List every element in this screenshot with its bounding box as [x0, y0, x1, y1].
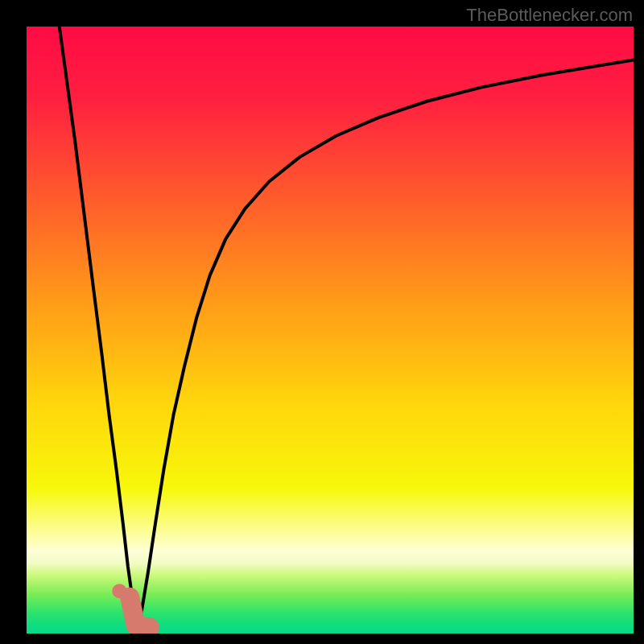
plot-area — [27, 27, 634, 634]
bottleneck-curve-left — [60, 27, 138, 630]
chart-curves — [27, 27, 634, 634]
bottleneck-curve-right — [137, 60, 634, 629]
attribution-text: TheBottlenecker.com — [466, 5, 633, 26]
marker-j-stroke — [130, 597, 150, 628]
chart-frame: TheBottlenecker.com — [0, 0, 644, 644]
